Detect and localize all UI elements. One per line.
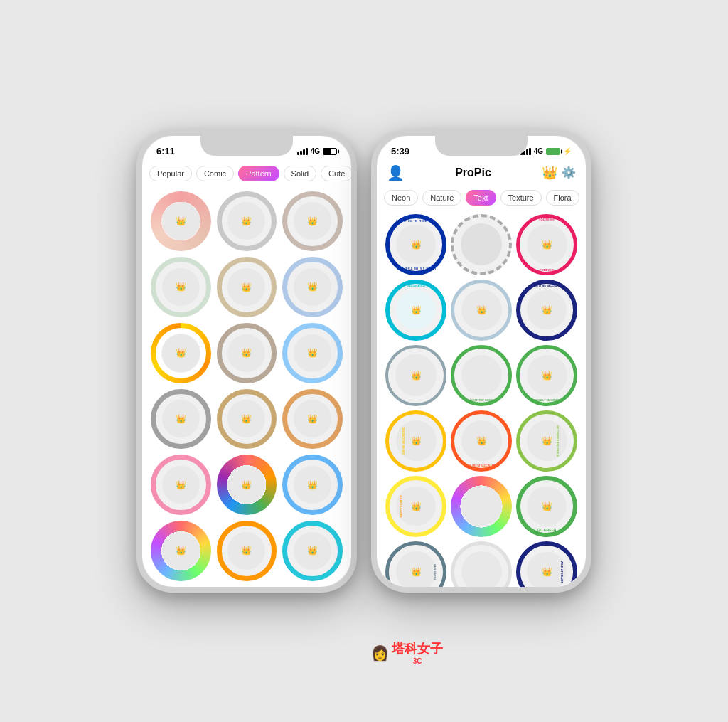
frame-item[interactable]: 👑: [151, 323, 211, 383]
frame-wild-at-heart[interactable]: WILD AT HEART 👑: [516, 541, 577, 587]
crown-icon: 👑: [176, 348, 186, 358]
frame-item[interactable]: 👑: [217, 521, 277, 581]
crown-header-icon[interactable]: 👑: [542, 165, 557, 181]
frame-item[interactable]: 👑: [282, 389, 343, 450]
tab-nature[interactable]: Nature: [422, 190, 461, 206]
frame-item[interactable]: 👑: [282, 455, 343, 515]
tab-text[interactable]: Text: [466, 190, 496, 206]
crown-icon: 👑: [307, 480, 318, 490]
settings-icon[interactable]: ⚙️: [562, 166, 576, 179]
frame-happy-easter[interactable]: HAPPY EASTER 👑: [385, 476, 446, 537]
frame-item[interactable]: 👑: [151, 389, 211, 450]
frame-item[interactable]: 👑: [151, 455, 211, 515]
frame-item[interactable]: 👑: [217, 455, 277, 515]
frame-my-consent[interactable]: [451, 214, 512, 275]
crown-icon: 👑: [411, 436, 422, 446]
tab-pattern[interactable]: Pattern: [238, 166, 279, 181]
crown-icon: 👑: [542, 240, 552, 250]
left-phone: 6:11 4G Popular Comic: [136, 130, 357, 593]
watermark-sub: 3C: [392, 657, 443, 665]
frame-vaccinated-teal[interactable]: VACCINATED 👑: [385, 280, 446, 341]
frame-officially-vaccinated[interactable]: OFFICIALLY VACCINATED 👑: [516, 345, 577, 406]
network-right: 4G: [534, 147, 543, 155]
watermark: 👩 塔科女子 3C: [371, 640, 443, 665]
tab-neon[interactable]: Neon: [384, 190, 418, 206]
network-left: 4G: [311, 147, 320, 155]
time-left: 6:11: [156, 146, 175, 156]
crown-icon: 👑: [542, 436, 552, 446]
frame-placeholder[interactable]: [451, 541, 512, 587]
app-title: ProPic: [405, 166, 542, 179]
crown-icon: 👑: [411, 501, 422, 511]
time-right: 5:39: [391, 146, 410, 156]
crown-icon: 👑: [176, 282, 186, 292]
crown-icon: 👑: [411, 371, 422, 381]
crown-icon: 👑: [307, 546, 318, 556]
frame-vaccinated-proud[interactable]: VACCINATED AND PROUD 👑: [516, 410, 577, 472]
crown-icon: 👑: [542, 501, 552, 511]
tab-cute[interactable]: Cute: [321, 166, 351, 181]
notch-left: [200, 136, 293, 156]
tab-comic[interactable]: Comic: [196, 166, 234, 181]
frame-getting-covid[interactable]: 👑: [451, 280, 512, 341]
frame-go-green[interactable]: GO GREEN 👑: [516, 476, 577, 537]
right-phone: 5:39 4G ⚡ 👤 Pr: [371, 130, 592, 593]
battery-left: [323, 148, 337, 155]
crown-icon: 👑: [241, 216, 252, 226]
crown-icon: 👑: [241, 282, 252, 292]
crown-icon: 👑: [176, 216, 186, 226]
frame-item[interactable]: 👑: [282, 521, 343, 581]
frame-item[interactable]: 👑: [282, 191, 343, 252]
crown-icon: 👑: [241, 414, 252, 424]
crown-icon: 👑: [542, 567, 552, 577]
crown-icon: 👑: [241, 348, 252, 358]
crown-icon: 👑: [176, 546, 186, 556]
app-header: 👤 ProPic 👑 ⚙️: [377, 161, 586, 186]
crown-icon: 👑: [307, 216, 318, 226]
frame-love-in-air[interactable]: LOVE IS IN THE AIR LOVE IS IN THE AIR 👑: [385, 214, 446, 275]
frame-youre-my-forever[interactable]: YOU'RE MY FOREVER 👑: [516, 214, 577, 275]
tab-texture[interactable]: Texture: [500, 190, 542, 206]
frame-item[interactable]: 👑: [151, 191, 211, 252]
frame-item[interactable]: 👑: [151, 257, 211, 317]
frame-got-covid-vacc[interactable]: 👑: [385, 345, 446, 406]
crown-icon: 👑: [307, 282, 318, 292]
crown-icon: 👑: [176, 480, 186, 490]
crown-icon: 👑: [307, 414, 318, 424]
frame-item[interactable]: 👑: [217, 191, 277, 252]
frame-item[interactable]: 👑: [282, 323, 343, 383]
frame-summer-days[interactable]: [451, 476, 512, 537]
frame-item[interactable]: 👑: [217, 323, 277, 383]
crown-icon: 👑: [241, 480, 252, 490]
frame-grid-right: LOVE IS IN THE AIR LOVE IS IN THE AIR 👑 …: [377, 210, 586, 587]
profile-icon[interactable]: 👤: [387, 164, 405, 181]
frame-grid-left: 👑 👑 👑 👑 👑 👑: [142, 186, 351, 587]
frame-hug-vaccinated[interactable]: HUG ME I'M VACCINATED 👑: [451, 410, 512, 472]
crown-icon: 👑: [542, 305, 552, 315]
crown-icon: 👑: [476, 305, 487, 315]
frame-save-earth[interactable]: SAVE EARTH 👑: [385, 541, 446, 587]
tab-solid[interactable]: Solid: [284, 166, 316, 181]
watermark-container: 👩 塔科女子 3C: [371, 640, 443, 665]
watermark-text: 塔科女子: [392, 642, 443, 656]
crown-icon: 👑: [241, 546, 252, 556]
frame-getting-vaccinated[interactable]: I'M GETTING VACCINATED 👑: [516, 280, 577, 341]
signal-bars-left: [297, 148, 308, 155]
crown-icon: 👑: [307, 348, 318, 358]
frame-item[interactable]: 👑: [217, 257, 277, 317]
frame-item[interactable]: 👑: [282, 257, 343, 317]
frame-join-vaccinating[interactable]: JOIN ME VACCINATING 👑: [385, 410, 446, 472]
category-tabs-left[interactable]: Popular Comic Pattern Solid Cute: [142, 161, 351, 186]
battery-right: [546, 148, 560, 155]
status-icons-left: 4G: [297, 147, 337, 155]
crown-icon: 👑: [411, 305, 422, 315]
crown-icon: 👑: [176, 414, 186, 424]
tab-popular[interactable]: Popular: [149, 166, 192, 181]
tab-flora[interactable]: Flora: [546, 190, 579, 206]
frame-item[interactable]: 👑: [217, 389, 277, 450]
frame-i-got-shot[interactable]: I GOT THE SHOT: [451, 345, 512, 406]
frame-item[interactable]: 👑: [151, 521, 211, 581]
category-tabs-right[interactable]: Neon Nature Text Texture Flora: [377, 186, 586, 210]
notch-right: [435, 136, 528, 156]
crown-icon: 👑: [542, 371, 552, 381]
